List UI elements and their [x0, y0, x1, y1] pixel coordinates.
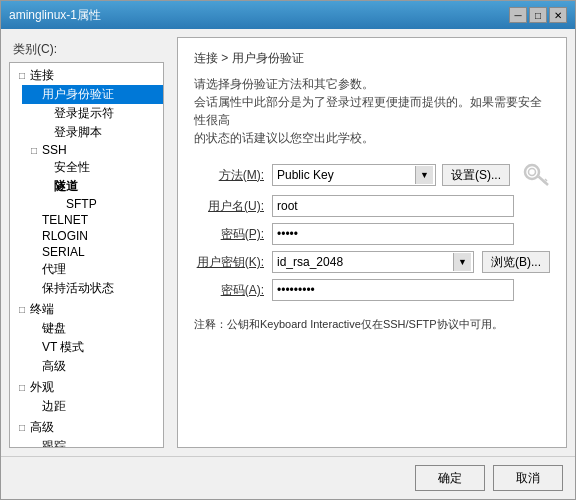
- tree-label-connect: 连接: [30, 67, 54, 84]
- username-label: 用户名(U):: [194, 198, 264, 215]
- tree-children-tunnel: SFTP: [34, 196, 163, 212]
- username-row: 用户名(U):: [194, 195, 550, 217]
- settings-button[interactable]: 设置(S)...: [442, 164, 510, 186]
- browse-button[interactable]: 浏览(B)...: [482, 251, 550, 273]
- tree-node-ssh[interactable]: □ SSH: [22, 142, 163, 158]
- cancel-button[interactable]: 取消: [493, 465, 563, 491]
- tree-label-rlogin: RLOGIN: [42, 229, 88, 243]
- window-title: aminglinux-1属性: [9, 7, 101, 24]
- toggle-advanced: □: [14, 422, 30, 433]
- tree-label-tunnel: 隧道: [54, 178, 78, 195]
- tree-node-margin[interactable]: 边距: [22, 397, 163, 416]
- tree-node-proxy[interactable]: 代理: [22, 260, 163, 279]
- tree-node-auth[interactable]: 用户身份验证: [22, 85, 163, 104]
- svg-point-1: [529, 169, 536, 176]
- tree-node-sftp[interactable]: SFTP: [46, 196, 163, 212]
- tree-label-keepalive: 保持活动状态: [42, 280, 114, 297]
- tree-label-ssh: SSH: [42, 143, 67, 157]
- tree-children-advanced: 跟踪 日志记录: [10, 437, 163, 448]
- form-table: 方法(M): Public Key ▼ 设置(S)...: [194, 161, 550, 301]
- passphrase-input[interactable]: [272, 279, 514, 301]
- tree-children-ssh: 安全性 隧道 SFTP: [22, 158, 163, 212]
- tree-node-security[interactable]: 安全性: [34, 158, 163, 177]
- tree-label-keyboard: 键盘: [42, 320, 66, 337]
- description: 请选择身份验证方法和其它参数。 会话属性中此部分是为了登录过程更便捷而提供的。如…: [194, 75, 550, 147]
- svg-line-4: [545, 179, 547, 181]
- toggle-ssh: □: [26, 145, 42, 156]
- tree-node-keepalive[interactable]: 保持活动状态: [22, 279, 163, 298]
- passphrase-label-text: 密码(A):: [221, 283, 264, 297]
- userkey-dropdown-arrow[interactable]: ▼: [453, 253, 471, 271]
- method-dropdown-arrow[interactable]: ▼: [415, 166, 433, 184]
- bottom-bar: 确定 取消: [1, 456, 575, 499]
- toggle-connect: □: [14, 70, 30, 81]
- ok-button[interactable]: 确定: [415, 465, 485, 491]
- tree-label-appearance: 外观: [30, 379, 54, 396]
- tree-label-auth: 用户身份验证: [42, 86, 114, 103]
- passphrase-row: 密码(A):: [194, 279, 550, 301]
- userkey-row: 用户密钥(K): id_rsa_2048 ▼ 浏览(B)...: [194, 251, 550, 273]
- key-icon: [522, 161, 550, 189]
- tree-item-appearance: □ 外观 边距: [10, 377, 163, 417]
- desc-line2: 会话属性中此部分是为了登录过程更便捷而提供的。如果需要安全性很高: [194, 93, 550, 129]
- tree-label-login-script: 登录脚本: [54, 124, 102, 141]
- userkey-label-text: 用户密钥(K):: [197, 255, 264, 269]
- userkey-select[interactable]: id_rsa_2048 ▼: [272, 251, 474, 273]
- tree-label-trace: 跟踪: [42, 438, 66, 448]
- password-label-text: 密码(P):: [221, 227, 264, 241]
- tree-node-telnet[interactable]: TELNET: [22, 212, 163, 228]
- tree-item-advanced: □ 高级 跟踪 日志记录: [10, 417, 163, 448]
- main-content: 类别(C): □ 连接 用户身份验证: [1, 29, 575, 456]
- password-input[interactable]: [272, 223, 514, 245]
- desc-line1: 请选择身份验证方法和其它参数。: [194, 75, 550, 93]
- tree-node-trace[interactable]: 跟踪: [22, 437, 163, 448]
- method-input-row: Public Key ▼ 设置(S)...: [272, 164, 510, 186]
- tree-node-advanced-terminal[interactable]: 高级: [22, 357, 163, 376]
- userkey-label: 用户密钥(K):: [194, 254, 264, 271]
- desc-line3: 的状态的话建议以您空出此学校。: [194, 129, 550, 147]
- close-button[interactable]: ✕: [549, 7, 567, 23]
- tree-children-appearance: 边距: [10, 397, 163, 416]
- toggle-terminal: □: [14, 304, 30, 315]
- tree-node-vt-mode[interactable]: VT 模式: [22, 338, 163, 357]
- tree-label-terminal: 终端: [30, 301, 54, 318]
- username-input[interactable]: [272, 195, 514, 217]
- method-row: 方法(M): Public Key ▼ 设置(S)...: [194, 161, 550, 189]
- minimize-button[interactable]: ─: [509, 7, 527, 23]
- breadcrumb: 连接 > 用户身份验证: [194, 50, 550, 67]
- tree-node-serial[interactable]: SERIAL: [22, 244, 163, 260]
- tree-label-sftp: SFTP: [66, 197, 97, 211]
- category-label: 类别(C):: [9, 37, 169, 62]
- tree-node-login-prompt[interactable]: 登录提示符: [34, 104, 163, 123]
- tree-label-vt-mode: VT 模式: [42, 339, 84, 356]
- tree-node-tunnel[interactable]: 隧道: [34, 177, 163, 196]
- tree-node-advanced[interactable]: □ 高级: [10, 418, 163, 437]
- title-bar-buttons: ─ □ ✕: [509, 7, 567, 23]
- tree-node-keyboard[interactable]: 键盘: [22, 319, 163, 338]
- tree-item-terminal: □ 终端 键盘 VT 模式: [10, 299, 163, 377]
- method-select-value: Public Key: [275, 168, 415, 182]
- tree-children-auth: 登录提示符 登录脚本: [22, 104, 163, 142]
- tree-panel: □ 连接 用户身份验证 登录提示符: [9, 62, 164, 448]
- key-icon-area: [522, 161, 550, 189]
- tree-node-terminal[interactable]: □ 终端: [10, 300, 163, 319]
- tree-label-advanced: 高级: [30, 419, 54, 436]
- tree-label-serial: SERIAL: [42, 245, 85, 259]
- password-label: 密码(P):: [194, 226, 264, 243]
- tree-children-connect: 用户身份验证 登录提示符 登录脚本: [10, 85, 163, 298]
- svg-point-0: [525, 165, 539, 179]
- tree-label-telnet: TELNET: [42, 213, 88, 227]
- tree-node-rlogin[interactable]: RLOGIN: [22, 228, 163, 244]
- main-window: aminglinux-1属性 ─ □ ✕ 类别(C): □ 连接: [0, 0, 576, 500]
- tree-node-appearance[interactable]: □ 外观: [10, 378, 163, 397]
- tree-item-connect: □ 连接 用户身份验证 登录提示符: [10, 65, 163, 299]
- userkey-select-value: id_rsa_2048: [275, 255, 453, 269]
- tree-node-connect[interactable]: □ 连接: [10, 66, 163, 85]
- method-select[interactable]: Public Key ▼: [272, 164, 436, 186]
- tree-label-security: 安全性: [54, 159, 90, 176]
- toggle-appearance: □: [14, 382, 30, 393]
- tree-node-login-script[interactable]: 登录脚本: [34, 123, 163, 142]
- tree-label-advanced-terminal: 高级: [42, 358, 66, 375]
- maximize-button[interactable]: □: [529, 7, 547, 23]
- password-row: 密码(P):: [194, 223, 550, 245]
